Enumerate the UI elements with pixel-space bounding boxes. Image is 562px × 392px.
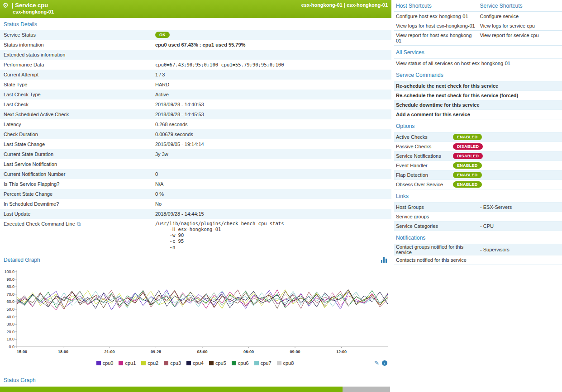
host-shortcut-link[interactable]: View logs for host esx-hongkong-01 xyxy=(394,21,478,30)
options-list: Active ChecksENABLEDPassive ChecksDISABL… xyxy=(394,132,562,189)
status-detail-row: Last Service Notification xyxy=(0,159,391,169)
service-command-link[interactable]: Schedule downtime for this service xyxy=(394,100,562,109)
legend-label: cpu4 xyxy=(193,360,204,366)
detailed-graph-header: Detailed Graph xyxy=(0,254,391,265)
service-command-link[interactable]: Re-schedule the next check for this serv… xyxy=(394,90,562,100)
cpu-line-chart: 0.010.020.030.040.050.060.070.080.090.01… xyxy=(0,267,391,356)
copy-command-icon[interactable]: ⧉ xyxy=(77,221,81,227)
service-shortcut-link[interactable]: View logs for service cpu xyxy=(478,21,562,30)
status-detail-row: Performance Datacpu0=67.43;90;95;0;100 c… xyxy=(0,60,391,70)
link-value[interactable]: - ESX-Servers xyxy=(480,204,512,210)
legend-swatch-cpu8 xyxy=(277,361,281,365)
svg-text:40.0: 40.0 xyxy=(6,315,14,319)
legend-label: cpu7 xyxy=(261,360,271,366)
notification-row: Contact groups notified for this service… xyxy=(394,244,562,255)
option-row: Obsess Over ServiceENABLED xyxy=(394,179,562,189)
status-graph-bar[interactable] xyxy=(0,387,390,392)
svg-text:0.0: 0.0 xyxy=(9,345,14,349)
detailed-graph-heading[interactable]: Detailed Graph xyxy=(0,254,44,265)
detail-label: Check Duration xyxy=(0,132,155,137)
detail-label: Executed Check Command Line⧉ xyxy=(0,221,155,227)
all-services-link[interactable]: View status of all services on host esx-… xyxy=(394,58,562,68)
detail-value: 0 % xyxy=(155,191,391,197)
service-commands-list: Re-schedule the next check for this serv… xyxy=(394,81,562,119)
detail-label: Current Notification Number xyxy=(0,171,155,177)
option-state-badge[interactable]: ENABLED xyxy=(453,162,482,169)
notifications-heading[interactable]: Notifications xyxy=(394,231,562,244)
info-icon[interactable]: i xyxy=(382,360,387,366)
shortcuts-table: Configure host esx-hongkong-01Configure … xyxy=(394,11,562,46)
status-detail-row: Last Check2018/09/28 - 14:40:53 xyxy=(0,99,391,109)
service-commands-heading[interactable]: Service Commands xyxy=(394,68,562,81)
detail-label: State Type xyxy=(0,82,155,87)
service-command-link[interactable]: Re-schedule the next check for this serv… xyxy=(394,81,562,90)
detail-label: Last Update xyxy=(0,211,155,217)
status-detail-row: Last State Change2015/09/05 - 19:14:14 xyxy=(0,139,391,149)
svg-text:18:00: 18:00 xyxy=(58,349,68,354)
legend-item-cpu2: cpu2 xyxy=(141,360,158,366)
options-heading[interactable]: Options xyxy=(394,119,562,132)
legend-swatch-cpu7 xyxy=(254,361,259,365)
detail-label: Latency xyxy=(0,122,155,127)
links-list: Host Groups- ESX-ServersService groupsSe… xyxy=(394,202,562,231)
option-label: Obsess Over Service xyxy=(396,182,453,187)
all-services-heading[interactable]: All Services xyxy=(394,46,562,58)
host-shortcut-link[interactable]: View report for host esx-hongkong-01 xyxy=(394,31,478,45)
service-shortcuts-heading[interactable]: Service Shortcuts xyxy=(478,0,562,11)
notification-value[interactable]: - Supervisors xyxy=(480,247,510,252)
host-shortcuts-heading[interactable]: Host Shortcuts xyxy=(394,0,478,11)
svg-text:90.0: 90.0 xyxy=(6,277,14,282)
svg-text:60.0: 60.0 xyxy=(6,299,14,304)
svg-text:09-28: 09-28 xyxy=(151,349,161,354)
legend-swatch-cpu4 xyxy=(186,361,191,365)
status-segment-ok-green xyxy=(0,387,343,392)
detail-value: 2018/09/28 - 14:40:53 xyxy=(155,102,391,107)
status-detail-row: Latency0.268 seconds xyxy=(0,119,391,129)
option-state-badge[interactable]: ENABLED xyxy=(453,134,482,140)
status-detail-row: Check Duration0.00679 seconds xyxy=(0,129,391,139)
option-state-badge[interactable]: DISABLED xyxy=(453,143,483,150)
gear-icon[interactable]: ⚙ xyxy=(3,1,9,9)
legend-item-cpu5: cpu5 xyxy=(209,360,226,366)
svg-text:70.0: 70.0 xyxy=(6,292,14,297)
service-shortcut-link[interactable]: View report for service cpu xyxy=(478,31,562,45)
status-detail-row: Service StatusOK xyxy=(0,30,391,40)
links-heading[interactable]: Links xyxy=(394,189,562,202)
svg-text:15:00: 15:00 xyxy=(17,349,27,354)
link-value[interactable]: - CPU xyxy=(480,223,494,229)
option-label: Event Handler xyxy=(396,163,453,168)
status-detail-row: Percent State Change0 % xyxy=(0,189,391,199)
edit-graph-icon[interactable]: ✎ xyxy=(374,359,379,366)
shortcut-row: Configure host esx-hongkong-01Configure … xyxy=(394,11,562,21)
chart-tools: ✎ i xyxy=(374,359,387,366)
header-host-links[interactable]: esx-hongkong-01 | esx-hongkong-01 xyxy=(301,2,388,8)
option-label: Active Checks xyxy=(396,134,453,140)
status-detail-row: Last Update2018/09/28 - 14:44:15 xyxy=(0,209,391,219)
legend-label: cpu5 xyxy=(215,360,226,366)
link-label: Service Categories xyxy=(396,223,480,229)
option-row: Passive ChecksDISABLED xyxy=(394,142,562,151)
detail-value: No xyxy=(155,201,391,207)
link-row: Host Groups- ESX-Servers xyxy=(394,202,562,212)
detail-value: 0.268 seconds xyxy=(155,122,391,127)
option-state-badge[interactable]: ENABLED xyxy=(453,181,482,188)
detail-value: 1 / 3 xyxy=(155,72,391,77)
legend-item-cpu6: cpu6 xyxy=(232,360,249,366)
detail-value: Active xyxy=(155,92,391,97)
status-detail-row: State TypeHARD xyxy=(0,80,391,90)
option-state-badge[interactable]: ENABLED xyxy=(453,172,482,178)
service-command-link[interactable]: Add a comment for this service xyxy=(394,109,562,119)
detail-value: 0 xyxy=(155,171,391,177)
page-subtitle-host[interactable]: esx-hongkong-01 xyxy=(0,9,391,14)
service-shortcut-link[interactable]: Configure service xyxy=(478,12,562,21)
link-row: Service Categories- CPU xyxy=(394,221,562,231)
status-detail-row: Status informationcpu0 used 67.43% : cpu… xyxy=(0,40,391,50)
option-state-badge[interactable]: DISABLED xyxy=(453,153,483,159)
status-details-heading[interactable]: Status Details xyxy=(0,18,391,30)
bar-chart-icon[interactable] xyxy=(381,257,387,263)
notifications-list: Contact groups notified for this service… xyxy=(394,244,562,265)
host-shortcut-link[interactable]: Configure host esx-hongkong-01 xyxy=(394,12,478,21)
legend-label: cpu2 xyxy=(148,360,158,366)
legend-item-cpu3: cpu3 xyxy=(164,360,181,366)
status-graph-heading[interactable]: Status Graph xyxy=(0,374,391,386)
